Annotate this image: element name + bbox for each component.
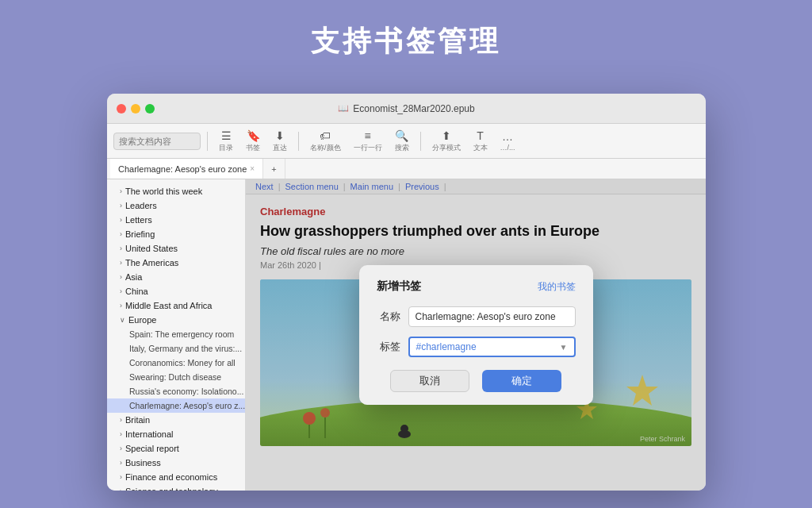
toolbar-btn-more[interactable]: … …/... <box>496 127 520 155</box>
toolbar-separator <box>207 132 208 151</box>
text-icon: T <box>477 129 484 142</box>
sidebar-item-leaders[interactable]: › Leaders <box>107 198 245 213</box>
minimize-button[interactable] <box>131 104 140 114</box>
dialog-tag-input[interactable]: #charlemagne ▼ <box>408 337 576 357</box>
sidebar-item-asia[interactable]: › Asia <box>107 270 245 284</box>
dialog-name-field: 名称 <box>377 306 576 327</box>
arrow-letters: › <box>120 216 122 224</box>
sidebar-label-europe-1: Spain: The emergency room <box>129 329 234 339</box>
sidebar-label-science: Science and technology <box>125 487 218 491</box>
title-bar: 📖 Economist_28Mar2020.epub <box>107 94 706 124</box>
toolbar-btn-search[interactable]: 🔍 搜索 <box>390 126 414 156</box>
sidebar-item-americas[interactable]: › The Americas <box>107 256 245 270</box>
sidebar-item-us[interactable]: › United States <box>107 241 245 256</box>
toc-label: 目录 <box>219 143 233 153</box>
dialog-header: 新增书签 我的书签 <box>377 279 576 294</box>
arrow-finance: › <box>120 473 122 481</box>
maximize-button[interactable] <box>145 104 155 114</box>
name-label: 名称/颜色 <box>310 143 341 153</box>
tab-close-btn[interactable]: × <box>250 164 255 173</box>
sidebar-label-europe-2: Italy, Germany and the virus:... <box>129 344 242 353</box>
arrow-americas: › <box>120 259 122 267</box>
close-button[interactable] <box>117 104 126 114</box>
toolbar-btn-share[interactable]: ⬆ 分享模式 <box>427 126 465 156</box>
arrow-europe: ∨ <box>120 316 125 324</box>
content-area: Next | Section menu | Main menu | Previo… <box>246 179 706 491</box>
sidebar-item-europe-5[interactable]: Russia's economy: Isolationo... <box>107 384 245 398</box>
sidebar-label-europe-6: Charlemagne: Aesop's euro z... <box>129 401 245 410</box>
sidebar-item-finance[interactable]: › Finance and economics <box>107 470 245 484</box>
dialog-overlay: 新增书签 我的书签 名称 标签 #charlemagne ▼ <box>246 179 706 491</box>
dialog-name-input[interactable] <box>408 306 576 327</box>
arrow-us: › <box>120 244 122 252</box>
traffic-lights <box>117 104 155 114</box>
sidebar-item-science[interactable]: › Science and technology <box>107 484 245 491</box>
arrow-intl: › <box>120 430 122 438</box>
toolbar-btn-text[interactable]: T 文本 <box>469 126 492 156</box>
sidebar-item-mideast[interactable]: › Middle East and Africa <box>107 298 245 313</box>
cancel-button[interactable]: 取消 <box>390 370 469 392</box>
sidebar-label-special: Special report <box>125 444 179 453</box>
tabs-row: Charlemagne: Aesop's euro zone × + <box>107 159 706 179</box>
tab-charlemagne[interactable]: Charlemagne: Aesop's euro zone × <box>110 159 263 179</box>
sidebar-item-letters[interactable]: › Letters <box>107 213 245 227</box>
dialog-tag-label: 标签 <box>377 340 400 354</box>
confirm-button[interactable]: 确定 <box>482 370 561 392</box>
sidebar-label-europe-4: Swearing: Dutch disease <box>129 372 221 382</box>
sidebar-item-briefing[interactable]: › Briefing <box>107 227 245 241</box>
sidebar-item-britain[interactable]: › Britain <box>107 413 245 427</box>
sidebar[interactable]: › The world this week › Leaders › Letter… <box>107 179 246 491</box>
arrow-britain: › <box>120 416 122 424</box>
dialog-buttons: 取消 确定 <box>377 370 576 392</box>
tag-dropdown-icon: ▼ <box>560 343 568 352</box>
sidebar-item-europe-3[interactable]: Coronanomics: Money for all <box>107 356 245 370</box>
sidebar-label-asia: Asia <box>125 272 142 282</box>
sidebar-item-europe-4[interactable]: Swearing: Dutch disease <box>107 370 245 384</box>
more-icon: … <box>502 130 513 143</box>
dialog-tag-field: 标签 #charlemagne ▼ <box>377 337 576 357</box>
tab-add[interactable]: + <box>263 159 285 179</box>
arrow-asia: › <box>120 273 122 281</box>
sidebar-item-business[interactable]: › Business <box>107 456 245 470</box>
sidebar-label-britain: Britain <box>125 415 150 425</box>
toolbar-btn-bookmark[interactable]: 🔖 书签 <box>241 126 265 156</box>
sidebar-item-china[interactable]: › China <box>107 284 245 298</box>
search-icon: 🔍 <box>395 129 408 142</box>
sidebar-label-americas: The Americas <box>125 258 178 267</box>
toolbar-btn-name[interactable]: 🏷 名称/颜色 <box>305 126 346 156</box>
sidebar-label-europe-3: Coronanomics: Money for all <box>129 358 236 368</box>
bookmark-dialog: 新增书签 我的书签 名称 标签 #charlemagne ▼ <box>359 265 593 405</box>
sidebar-item-europe-6[interactable]: Charlemagne: Aesop's euro z... <box>107 398 245 413</box>
toolbar-btn-toc[interactable]: ☰ 目录 <box>214 126 238 156</box>
sidebar-label-europe: Europe <box>128 315 156 325</box>
arrow-china: › <box>120 287 122 295</box>
dialog-link[interactable]: 我的书签 <box>538 280 576 294</box>
toolbar-separator-3 <box>420 132 421 151</box>
dialog-name-label: 名称 <box>377 310 400 324</box>
search-input[interactable] <box>113 133 201 150</box>
sidebar-item-world[interactable]: › The world this week <box>107 184 245 198</box>
tab-add-icon: + <box>271 164 276 174</box>
tab-label: Charlemagne: Aesop's euro zone <box>118 164 247 174</box>
sidebar-item-europe-1[interactable]: Spain: The emergency room <box>107 327 245 341</box>
sidebar-label-letters: Letters <box>125 215 152 225</box>
toolbar-separator-2 <box>298 132 299 151</box>
arrow-mideast: › <box>120 302 122 310</box>
sidebar-label-leaders: Leaders <box>125 201 157 210</box>
arrow-business: › <box>120 459 122 467</box>
sidebar-item-intl[interactable]: › International <box>107 427 245 441</box>
share-label: 分享模式 <box>432 143 461 153</box>
toolbar-btn-line[interactable]: ≡ 一行一行 <box>349 126 387 156</box>
window-title: 📖 Economist_28Mar2020.epub <box>338 103 474 114</box>
sidebar-item-europe[interactable]: ∨ Europe <box>107 313 245 327</box>
bookmark-icon: 🔖 <box>247 129 260 142</box>
line-icon: ≡ <box>364 129 370 142</box>
more-label: …/... <box>500 144 515 152</box>
arrow-world: › <box>120 187 122 195</box>
toolbar-btn-goto[interactable]: ⬇ 直达 <box>268 126 292 156</box>
sidebar-item-europe-2[interactable]: Italy, Germany and the virus:... <box>107 341 245 356</box>
dialog-title: 新增书签 <box>377 279 421 294</box>
arrow-leaders: › <box>120 202 122 210</box>
app-window: 📖 Economist_28Mar2020.epub ☰ 目录 🔖 书签 ⬇ 直… <box>107 94 706 491</box>
sidebar-item-special[interactable]: › Special report <box>107 441 245 456</box>
